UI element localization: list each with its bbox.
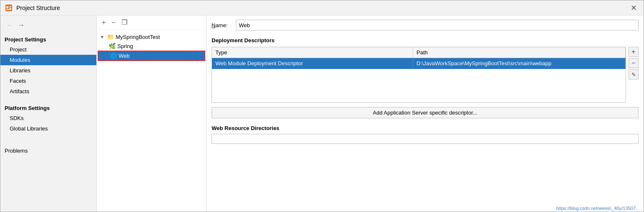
svg-rect-4 — [6, 9, 11, 10]
table-header: Type Path — [212, 47, 626, 58]
spring-icon: 🌿 — [109, 43, 116, 49]
name-row: Name: — [212, 20, 639, 31]
sidebar: ← → Project Settings Project Modules Lib… — [0, 15, 97, 212]
svg-rect-2 — [9, 6, 11, 7]
close-button[interactable]: ✕ — [628, 3, 639, 13]
table-row[interactable]: Web Module Deployment Descriptor D:\Java… — [212, 58, 626, 69]
type-column-header: Type — [212, 47, 413, 58]
path-cell: D:\JavaWorkSpace\MySpringBootTest\src\ma… — [413, 58, 626, 69]
sidebar-item-problems[interactable]: Problems — [0, 146, 96, 156]
table-empty-area — [212, 69, 626, 102]
tree-remove-button[interactable]: − — [110, 18, 117, 27]
descriptors-table-container: Type Path Web Module Deployment Descript… — [212, 47, 626, 103]
add-descriptor-button[interactable]: Add Application Server specific descript… — [212, 107, 639, 118]
tree-add-button[interactable]: + — [100, 18, 107, 27]
descriptor-add-button[interactable]: + — [628, 47, 639, 57]
deployment-descriptors-title: Deployment Descriptors — [212, 37, 639, 43]
tree-copy-button[interactable]: ❐ — [120, 18, 129, 27]
sidebar-item-artifacts[interactable]: Artifacts — [0, 86, 96, 97]
tree-web-label: Web — [119, 53, 130, 59]
titlebar: Project Structure ✕ — [0, 0, 644, 15]
project-settings-header: Project Settings — [0, 34, 96, 44]
nav-arrows: ← → — [0, 19, 96, 34]
sidebar-item-libraries[interactable]: Libraries — [0, 65, 96, 76]
name-input[interactable] — [236, 20, 639, 31]
forward-button[interactable]: → — [16, 20, 26, 30]
sidebar-item-facets[interactable]: Facets — [0, 76, 96, 86]
edit-icon: ✎ — [631, 72, 636, 78]
svg-rect-3 — [9, 8, 11, 9]
tree-root-node[interactable]: ▼ 📁 MySpringBootTest — [97, 32, 206, 41]
path-column-header: Path — [413, 47, 626, 58]
tree-spring-label: Spring — [117, 43, 133, 49]
web-resource-title: Web Resource Directories — [212, 125, 639, 131]
tree-node-web[interactable]: 🌐 Web — [98, 51, 205, 61]
sidebar-item-modules[interactable]: Modules — [0, 55, 96, 65]
tree-content: ▼ 📁 MySpringBootTest 🌿 Spring 🌐 Web — [97, 30, 206, 212]
descriptor-remove-button[interactable]: − — [628, 58, 639, 68]
descriptor-side-buttons: + − ✎ — [628, 47, 639, 103]
right-panel: Name: Deployment Descriptors Type Path W… — [207, 15, 644, 212]
descriptor-edit-button[interactable]: ✎ — [628, 69, 639, 79]
platform-settings-header: Platform Settings — [0, 102, 96, 113]
project-structure-window: Project Structure ✕ ← → Project Settings… — [0, 0, 644, 212]
tree-root-label: MySpringBootTest — [116, 34, 160, 40]
web-icon: 🌐 — [110, 53, 117, 59]
tree-expand-arrow: ▼ — [100, 35, 105, 39]
tree-node-spring[interactable]: 🌿 Spring — [97, 41, 206, 51]
name-label-rest: ame: — [215, 22, 228, 28]
type-cell: Web Module Deployment Descriptor — [212, 58, 413, 69]
app-icon — [5, 4, 13, 12]
tree-toolbar: + − ❐ — [97, 15, 206, 30]
sidebar-item-project[interactable]: Project — [0, 44, 96, 55]
tree-panel: + − ❐ ▼ 📁 MySpringBootTest 🌿 Spring — [97, 15, 207, 212]
svg-rect-1 — [6, 6, 8, 8]
sidebar-item-global-libraries[interactable]: Global Libraries — [0, 123, 96, 134]
titlebar-left: Project Structure — [5, 4, 60, 12]
back-button[interactable]: ← — [5, 20, 15, 30]
sidebar-item-sdks[interactable]: SDKs — [0, 113, 96, 123]
window-title: Project Structure — [16, 5, 60, 11]
name-underline-letter: N — [212, 22, 215, 28]
folder-icon: 📁 — [107, 33, 114, 40]
name-label: Name: — [212, 22, 233, 28]
main-content: ← → Project Settings Project Modules Lib… — [0, 15, 644, 212]
status-url: https://blog.csdn.net/weixin_40y/13507..… — [556, 206, 639, 211]
descriptors-wrapper: Type Path Web Module Deployment Descript… — [212, 47, 639, 103]
web-resource-input-area — [212, 134, 639, 144]
